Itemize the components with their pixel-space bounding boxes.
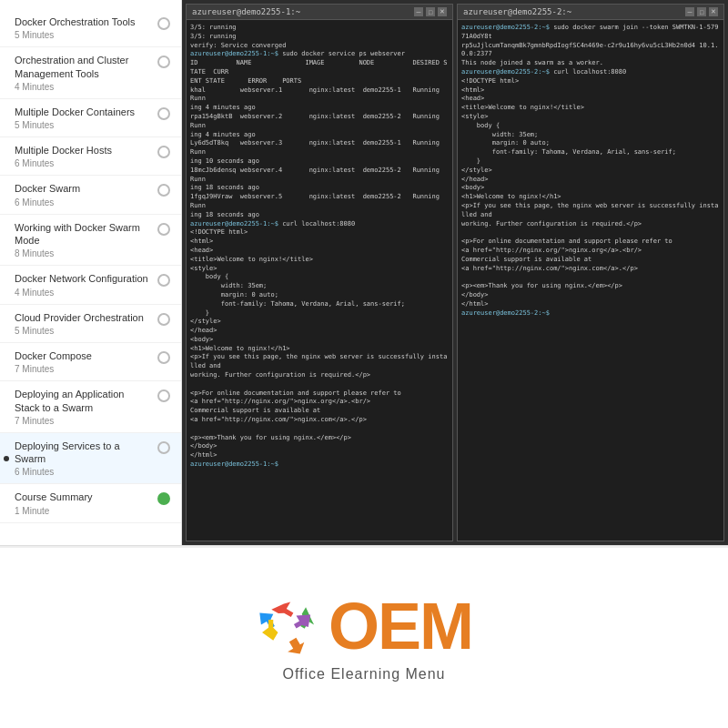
close-btn-left[interactable]: ✕: [438, 7, 447, 16]
terminal-right-content: azureuser@demo2255-2:~$ sudo docker swar…: [461, 24, 720, 318]
close-btn-right[interactable]: ✕: [709, 7, 718, 16]
top-section: Docker Orchestration Tools5 MinutesOrche…: [0, 0, 728, 546]
terminal-right-body: azureuser@demo2255-2:~$ sudo docker swar…: [458, 20, 723, 541]
sidebar-item-label: Docker Network Configuration: [15, 272, 148, 285]
terminal-right-title: azureuser@demo2255-2:~: [463, 7, 571, 16]
terminal-right: azureuser@demo2255-2:~ ─ □ ✕ azureuser@d…: [457, 4, 724, 541]
sidebar-item-duration: 6 Minutes: [15, 467, 152, 477]
oem-subtitle: Office Elearning Menu: [282, 666, 445, 682]
sidebar-item-docker-orchestration[interactable]: Docker Orchestration Tools5 Minutes: [0, 9, 181, 47]
sidebar-item-multiple-hosts[interactable]: Multiple Docker Hosts6 Minutes: [0, 137, 181, 176]
sidebar-item-icon: [157, 107, 170, 124]
terminal-windows: azureuser@demo2255-1:~ ─ □ ✕ 3/5: runnin…: [186, 4, 724, 541]
main-container: Docker Orchestration Tools5 MinutesOrche…: [0, 0, 728, 728]
terminal-area: azureuser@demo2255-1:~ ─ □ ✕ 3/5: runnin…: [182, 0, 728, 545]
terminal-left-titlebar: azureuser@demo2255-1:~ ─ □ ✕: [187, 5, 452, 20]
sidebar-item-cloud-provider[interactable]: Cloud Provider Orchestration5 Minutes: [0, 305, 181, 343]
sidebar-item-label: Working with Docker Swarm Mode: [15, 221, 152, 248]
sidebar-item-icon: [157, 492, 170, 509]
sidebar-item-duration: 1 Minute: [15, 506, 93, 516]
sidebar-item-label: Course Summary: [15, 490, 93, 503]
sidebar-item-duration: 6 Minutes: [15, 197, 80, 207]
sidebar-item-deploying-app-stack[interactable]: Deploying an Application Stack to a Swar…: [0, 381, 181, 433]
sidebar-item-label: Orchestration and Cluster Management Too…: [15, 54, 152, 80]
sidebar-item-duration: 7 Minutes: [15, 416, 152, 426]
sidebar-item-icon: [157, 313, 170, 329]
terminal-left-body: 3/5: running 3/5: running verify: Servic…: [187, 20, 452, 541]
terminal-left-title: azureuser@demo2255-1:~: [192, 7, 300, 16]
sidebar-item-duration: 8 Minutes: [15, 248, 152, 258]
sidebar-item-label: Docker Swarm: [15, 182, 80, 195]
bottom-section: OEM Office Elearning Menu: [0, 546, 728, 728]
sidebar-item-icon: [157, 441, 170, 458]
sidebar-item-icon: [157, 274, 170, 290]
sidebar-item-label: Deploying Services to a Swarm: [15, 440, 152, 466]
sidebar-item-docker-network[interactable]: Docker Network Configuration4 Minutes: [0, 266, 181, 304]
sidebar-item-icon: [157, 223, 170, 239]
minimize-btn-right[interactable]: ─: [685, 7, 694, 16]
sidebar-item-label: Docker Compose: [15, 349, 92, 362]
terminal-right-titlebar: azureuser@demo2255-2:~ ─ □ ✕: [458, 5, 723, 20]
sidebar-item-icon: [157, 184, 170, 200]
sidebar-item-duration: 5 Minutes: [15, 326, 144, 336]
sidebar-item-duration: 4 Minutes: [15, 82, 152, 92]
maximize-btn-left[interactable]: □: [426, 7, 435, 16]
maximize-btn-right[interactable]: □: [697, 7, 706, 16]
sidebar-item-docker-swarm[interactable]: Docker Swarm6 Minutes: [0, 176, 181, 214]
sidebar-item-deploying-services[interactable]: Deploying Services to a Swarm6 Minutes: [0, 433, 181, 485]
sidebar-item-label: Docker Orchestration Tools: [15, 15, 135, 28]
minimize-btn-left[interactable]: ─: [414, 7, 423, 16]
sidebar-item-label: Cloud Provider Orchestration: [15, 311, 144, 324]
sidebar-item-orchestration-cluster[interactable]: Orchestration and Cluster Management Too…: [0, 47, 181, 99]
sidebar-item-label: Multiple Docker Hosts: [15, 144, 112, 157]
oem-title: OEM: [329, 593, 472, 659]
oem-icon: [256, 594, 319, 658]
sidebar-item-duration: 7 Minutes: [15, 364, 92, 374]
sidebar-item-label: Multiple Docker Containers: [15, 106, 135, 118]
terminal-left: azureuser@demo2255-1:~ ─ □ ✕ 3/5: runnin…: [186, 4, 453, 541]
terminal-left-content: 3/5: running 3/5: running verify: Servic…: [190, 24, 449, 470]
sidebar-item-icon: [157, 389, 170, 406]
sidebar-item-duration: 5 Minutes: [15, 120, 135, 130]
sidebar-item-icon: [157, 17, 170, 34]
active-indicator: [4, 456, 9, 461]
oem-logo-row: OEM: [256, 593, 472, 659]
sidebar-item-docker-compose[interactable]: Docker Compose7 Minutes: [0, 343, 181, 381]
sidebar-item-course-summary[interactable]: Course Summary1 Minute: [0, 484, 181, 522]
window-controls-left: ─ □ ✕: [414, 7, 447, 16]
sidebar-item-icon: [157, 146, 170, 162]
sidebar-item-duration: 4 Minutes: [15, 288, 148, 298]
window-controls-right: ─ □ ✕: [685, 7, 718, 16]
sidebar-item-working-swarm-mode[interactable]: Working with Docker Swarm Mode8 Minutes: [0, 215, 181, 267]
sidebar-item-icon: [157, 56, 170, 72]
sidebar: Docker Orchestration Tools5 MinutesOrche…: [0, 0, 182, 545]
sidebar-item-label: Deploying an Application Stack to a Swar…: [15, 388, 152, 414]
oem-logo-container: OEM Office Elearning Menu: [256, 593, 472, 682]
sidebar-item-icon: [157, 351, 170, 368]
sidebar-item-duration: 5 Minutes: [15, 30, 135, 40]
sidebar-item-duration: 6 Minutes: [15, 158, 112, 168]
sidebar-item-multiple-containers[interactable]: Multiple Docker Containers5 Minutes: [0, 99, 181, 137]
